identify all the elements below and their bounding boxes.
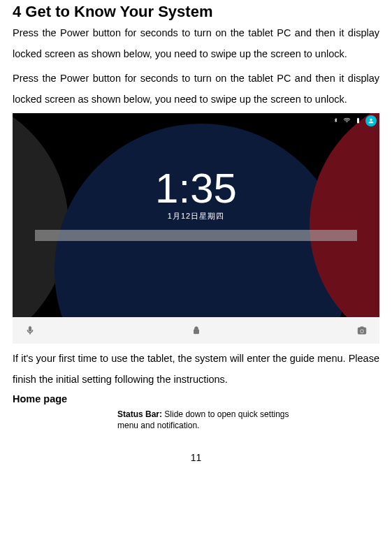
battery-icon xyxy=(355,117,361,124)
user-avatar-icon[interactable] xyxy=(365,115,377,126)
status-bar[interactable] xyxy=(13,113,379,129)
section-heading: 4 Get to Know Your System xyxy=(13,3,379,21)
clock-date: 1月12日星期四 xyxy=(155,211,237,221)
caption-label: Status Bar: xyxy=(117,409,164,419)
wallpaper xyxy=(13,113,379,344)
lockscreen-clock: 1:35 1月12日星期四 xyxy=(155,168,237,221)
notification-bar[interactable] xyxy=(35,230,357,241)
paragraph-2: Press the Power button for seconds to tu… xyxy=(13,68,379,110)
subheading-home-page: Home page xyxy=(13,393,379,404)
clock-time: 1:35 xyxy=(155,168,237,210)
svg-rect-1 xyxy=(194,330,198,334)
lockscreen-figure: 1:35 1月12日星期四 xyxy=(13,113,379,344)
camera-icon[interactable] xyxy=(357,326,367,335)
svg-point-0 xyxy=(347,122,347,123)
bluetooth-icon xyxy=(333,117,339,124)
wifi-icon xyxy=(343,117,351,124)
voice-icon[interactable] xyxy=(25,326,35,335)
paragraph-3: If it's your first time to use the table… xyxy=(13,348,379,390)
lockscreen-bottom-bar xyxy=(13,317,379,344)
lock-icon[interactable] xyxy=(191,326,201,335)
status-bar-caption: Status Bar: Slide down to open quick set… xyxy=(117,409,299,431)
page-number: 11 xyxy=(13,452,379,463)
paragraph-1: Press the Power button for seconds to tu… xyxy=(13,22,379,65)
